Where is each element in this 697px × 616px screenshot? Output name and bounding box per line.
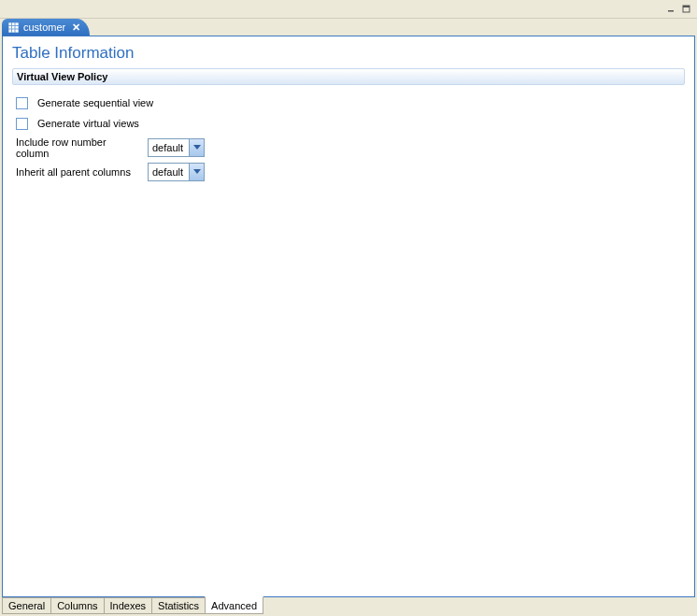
label-generate-sequential-view: Generate sequential view (37, 97, 153, 108)
maximize-icon (682, 5, 691, 14)
content-spacer (3, 190, 694, 596)
table-icon (7, 21, 19, 33)
label-inherit-all-parent-columns: Inherit all parent columns (16, 166, 142, 178)
row-inherit-all-parent-columns: Inherit all parent columns default (16, 162, 681, 182)
svg-rect-2 (683, 6, 690, 7)
document-tab-strip: customer ✕ (0, 19, 697, 36)
row-include-row-number-column: Include row number column default (16, 137, 681, 158)
checkbox-generate-virtual-views[interactable] (16, 118, 28, 130)
tab-advanced[interactable]: Advanced (205, 596, 263, 614)
tab-columns[interactable]: Columns (50, 597, 104, 614)
row-generate-sequential-view: Generate sequential view (16, 93, 681, 113)
minimize-button[interactable] (665, 4, 678, 15)
tab-statistics[interactable]: Statistics (151, 597, 206, 614)
maximize-button[interactable] (680, 4, 693, 15)
chevron-down-icon (193, 169, 201, 175)
document-tab-label: customer (23, 21, 65, 33)
section-header-virtual-view-policy: Virtual View Policy (12, 68, 685, 85)
dropdown-button[interactable] (189, 164, 204, 180)
tab-general[interactable]: General (2, 597, 51, 614)
row-generate-virtual-views: Generate virtual views (16, 113, 681, 134)
section-body: Generate sequential view Generate virtua… (3, 85, 694, 190)
document-tab-customer[interactable]: customer ✕ (2, 19, 90, 36)
checkbox-generate-sequential-view[interactable] (16, 97, 28, 109)
svg-marker-8 (193, 145, 201, 150)
tab-indexes[interactable]: Indexes (104, 597, 153, 614)
dropdown-button[interactable] (189, 139, 204, 156)
minimize-icon (667, 6, 676, 13)
svg-marker-9 (193, 169, 201, 174)
select-value: default (149, 166, 189, 178)
page-title: Table Information (3, 36, 694, 68)
editor-window: customer ✕ Table Information Virtual Vie… (0, 0, 697, 616)
select-value: default (149, 142, 189, 153)
label-include-row-number-column: Include row number column (16, 136, 142, 159)
select-inherit-all-parent-columns[interactable]: default (148, 163, 205, 181)
svg-rect-0 (668, 10, 674, 12)
bottom-tab-strip: General Columns Indexes Statistics Advan… (0, 597, 697, 616)
content-area: Table Information Virtual View Policy Ge… (2, 36, 695, 597)
chevron-down-icon (193, 145, 201, 150)
close-tab-button[interactable]: ✕ (70, 21, 80, 34)
select-include-row-number-column[interactable]: default (148, 138, 205, 157)
label-generate-virtual-views: Generate virtual views (37, 118, 139, 129)
svg-rect-3 (8, 22, 19, 33)
window-title-bar (0, 0, 697, 19)
